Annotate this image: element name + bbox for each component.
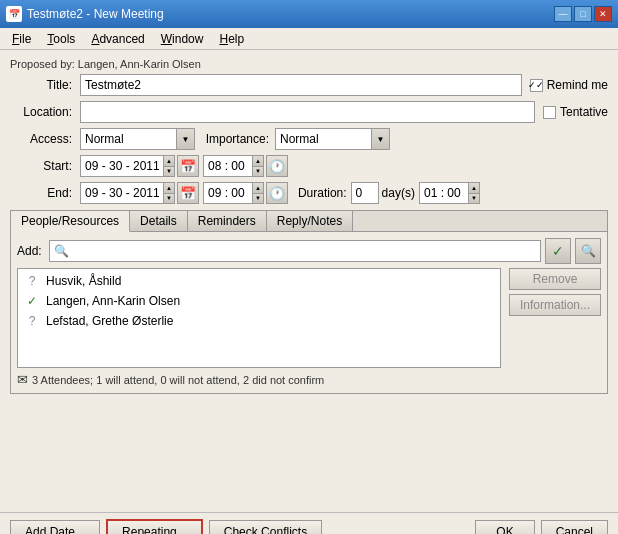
end-date-spin-buttons: ▲ ▼ — [163, 183, 174, 203]
access-importance-row: Access: Normal ▼ Importance: Normal ▼ — [10, 128, 608, 150]
menu-help[interactable]: Help — [211, 30, 252, 48]
tentative-row[interactable]: Tentative — [543, 105, 608, 119]
start-date-spin[interactable]: ▲ ▼ — [80, 155, 175, 177]
remind-checkbox-area: ✓ Remind me — [530, 78, 608, 92]
end-duration-time-spin[interactable]: ▲ ▼ — [419, 182, 480, 204]
attendee-status-row: ✉ 3 Attendees; 1 will attend, 0 will not… — [17, 372, 601, 387]
add-check-button[interactable]: ✓ — [545, 238, 571, 264]
importance-dropdown-arrow[interactable]: ▼ — [371, 129, 389, 149]
title-bar-left: 📅 Testmøte2 - New Meeting — [6, 6, 164, 22]
maximize-button[interactable]: □ — [574, 6, 592, 22]
tab-reply-notes[interactable]: Reply/Notes — [267, 211, 353, 231]
tentative-checkbox[interactable] — [543, 106, 556, 119]
access-dropdown-arrow[interactable]: ▼ — [176, 129, 194, 149]
add-input-wrapper[interactable]: 🔍 — [49, 240, 541, 262]
attendee-name-0: Husvik, Åshild — [46, 274, 121, 288]
duration-label: Duration: — [298, 186, 347, 200]
attendee-icon-2: ? — [24, 313, 40, 329]
side-buttons: Remove Information... — [509, 268, 601, 368]
tab-reminders[interactable]: Reminders — [188, 211, 267, 231]
title-label: Title: — [10, 78, 80, 92]
end-time-spin[interactable]: ▲ ▼ — [203, 182, 264, 204]
attendee-icon-0: ? — [24, 273, 40, 289]
tentative-label: Tentative — [560, 105, 608, 119]
minimize-button[interactable]: — — [554, 6, 572, 22]
list-item[interactable]: ✓ Langen, Ann-Karin Olsen — [20, 291, 498, 311]
attendee-list[interactable]: ? Husvik, Åshild ✓ Langen, Ann-Karin Ols… — [17, 268, 501, 368]
end-date-calendar-icon[interactable]: 📅 — [177, 182, 199, 204]
start-label: Start: — [10, 159, 80, 173]
remind-me-label: Remind me — [547, 78, 608, 92]
start-time-clock-icon[interactable]: 🕐 — [266, 155, 288, 177]
attendee-icon-1: ✓ — [24, 293, 40, 309]
access-dropdown[interactable]: Normal ▼ — [80, 128, 195, 150]
repeating-button[interactable]: Repeating... — [106, 519, 203, 534]
end-time-clock-icon[interactable]: 🕐 — [266, 182, 288, 204]
end-time-input[interactable] — [204, 184, 252, 202]
add-search-button[interactable]: 🔍 — [575, 238, 601, 264]
tab-content-people-resources: Add: 🔍 ✓ 🔍 ? Husvik, Åshild — [11, 232, 607, 393]
tab-people-resources[interactable]: People/Resources — [11, 211, 130, 232]
list-item[interactable]: ? Husvik, Åshild — [20, 271, 498, 291]
attendee-name-1: Langen, Ann-Karin Olsen — [46, 294, 180, 308]
remind-me-row[interactable]: ✓ Remind me — [530, 78, 608, 92]
add-label: Add: — [17, 244, 45, 258]
tab-headers: People/Resources Details Reminders Reply… — [11, 211, 607, 232]
attendee-list-main: ? Husvik, Åshild ✓ Langen, Ann-Karin Ols… — [17, 268, 501, 368]
importance-label: Importance: — [195, 132, 275, 146]
end-time-spin-buttons: ▲ ▼ — [252, 183, 263, 203]
tab-details[interactable]: Details — [130, 211, 188, 231]
start-date-down[interactable]: ▼ — [164, 167, 174, 177]
menu-advanced[interactable]: Advanced — [83, 30, 152, 48]
end-duration-time-spin-buttons: ▲ ▼ — [468, 183, 479, 203]
menu-tools[interactable]: Tools — [39, 30, 83, 48]
information-button[interactable]: Information... — [509, 294, 601, 316]
add-date-button[interactable]: Add Date... — [10, 520, 100, 534]
start-time-up[interactable]: ▲ — [253, 156, 263, 167]
remind-me-checkbox[interactable]: ✓ — [530, 79, 543, 92]
menu-file[interactable]: File — [4, 30, 39, 48]
end-duration-time-input[interactable] — [420, 184, 468, 202]
end-time-up[interactable]: ▲ — [253, 183, 263, 194]
menu-bar: File Tools Advanced Window Help — [0, 28, 618, 50]
end-time-down[interactable]: ▼ — [253, 194, 263, 204]
location-input[interactable] — [80, 101, 535, 123]
add-person-icon: 🔍 — [54, 244, 69, 258]
add-person-input[interactable] — [71, 244, 536, 258]
start-time-spin[interactable]: ▲ ▼ — [203, 155, 264, 177]
location-label: Location: — [10, 105, 80, 119]
menu-window[interactable]: Window — [153, 30, 212, 48]
end-duration-down[interactable]: ▼ — [469, 194, 479, 204]
mail-icon: ✉ — [17, 372, 28, 387]
ok-button[interactable]: OK — [475, 520, 534, 534]
remove-button[interactable]: Remove — [509, 268, 601, 290]
end-date-spin[interactable]: ▲ ▼ — [80, 182, 175, 204]
end-date-up[interactable]: ▲ — [164, 183, 174, 194]
start-date-calendar-icon[interactable]: 📅 — [177, 155, 199, 177]
end-date-input[interactable] — [81, 184, 163, 202]
bottom-bar: Add Date... Repeating... Check Conflicts… — [0, 512, 618, 534]
end-label: End: — [10, 186, 80, 200]
list-item[interactable]: ? Lefstad, Grethe Østerlie — [20, 311, 498, 331]
title-input[interactable] — [80, 74, 522, 96]
duration-value-input[interactable] — [351, 182, 379, 204]
title-row: Title: ✓ Remind me — [10, 74, 608, 96]
days-label: day(s) — [382, 186, 415, 200]
start-time-down[interactable]: ▼ — [253, 167, 263, 177]
attendee-status-text: 3 Attendees; 1 will attend, 0 will not a… — [32, 374, 324, 386]
close-button[interactable]: ✕ — [594, 6, 612, 22]
location-row: Location: Tentative — [10, 101, 608, 123]
end-duration-up[interactable]: ▲ — [469, 183, 479, 194]
cancel-button[interactable]: Cancel — [541, 520, 608, 534]
check-conflicts-button[interactable]: Check Conflicts — [209, 520, 322, 534]
start-time-input[interactable] — [204, 157, 252, 175]
start-date-input[interactable] — [81, 157, 163, 175]
start-date-up[interactable]: ▲ — [164, 156, 174, 167]
title-bar: 📅 Testmøte2 - New Meeting — □ ✕ — [0, 0, 618, 28]
importance-value: Normal — [276, 130, 371, 148]
importance-dropdown[interactable]: Normal ▼ — [275, 128, 390, 150]
end-date-down[interactable]: ▼ — [164, 194, 174, 204]
start-date-spin-buttons: ▲ ▼ — [163, 156, 174, 176]
end-row: End: ▲ ▼ 📅 ▲ ▼ 🕐 Duration: day(s) ▲ ▼ — [10, 182, 608, 204]
window-title: Testmøte2 - New Meeting — [27, 7, 164, 21]
